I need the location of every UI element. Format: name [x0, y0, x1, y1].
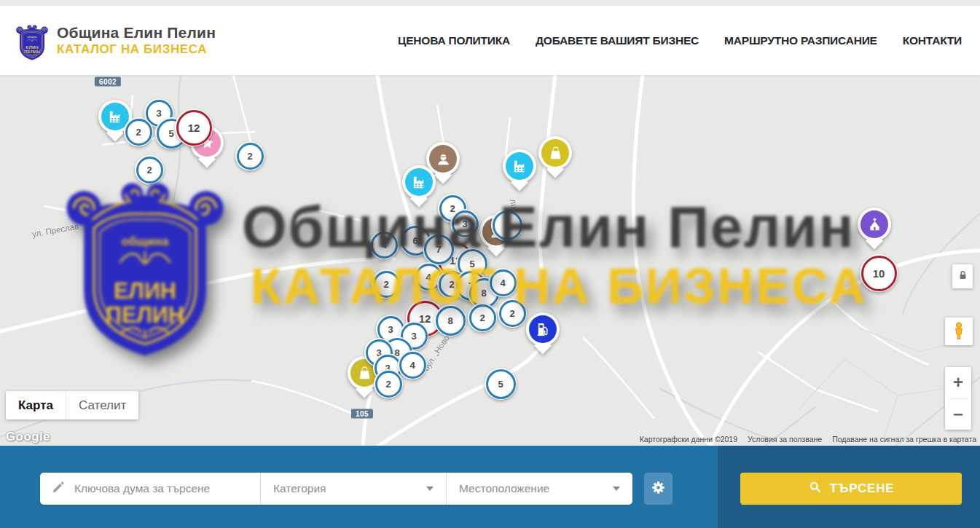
pegman-button[interactable] [945, 318, 973, 345]
cluster-ring: 5 [486, 369, 516, 399]
cluster-count: 2 [385, 379, 391, 390]
search-bar: ТЪРСЕНЕ Категория Местоположение [0, 446, 980, 528]
cluster-ring: 2 [499, 300, 526, 327]
chevron-down-icon [426, 486, 434, 491]
street-label: ул. Преслав [31, 221, 79, 238]
shopping-pin[interactable] [538, 136, 572, 170]
nav-item-schedule[interactable]: МАРШРУТНО РАЗПИСАНИЕ [724, 34, 877, 47]
cluster-ring: 3 [452, 210, 479, 237]
cluster-count: 4 [426, 272, 431, 283]
cluster-marker[interactable]: 7 [423, 233, 455, 265]
cluster-marker[interactable]: 2 [374, 369, 403, 398]
cluster-count: 8 [447, 315, 452, 326]
cluster-marker[interactable]: 2 [498, 299, 527, 328]
fuel-icon [535, 321, 552, 338]
cluster-count: 8 [481, 288, 486, 299]
search-icon [808, 480, 822, 497]
church-icon [866, 216, 883, 233]
cluster-count: 7 [436, 244, 441, 255]
cluster-marker[interactable]: 2 [135, 155, 164, 184]
cluster-count: 5 [504, 220, 509, 231]
cluster-count: 2 [247, 151, 252, 162]
keyword-field-wrap [40, 473, 260, 505]
category-select[interactable]: Категория [261, 473, 446, 505]
page: общинаЕЛИНПЕЛИН Община Елин Пелин КАТАЛО… [0, 0, 980, 528]
cluster-marker[interactable]: 2 [235, 141, 264, 170]
cluster-count: 2 [136, 127, 141, 138]
cluster-marker[interactable]: 5 [485, 368, 517, 400]
cluster-ring: 4 [399, 352, 426, 379]
cluster-marker[interactable]: 4 [488, 268, 517, 297]
cluster-count: 10 [873, 267, 885, 280]
cluster-count: 4 [500, 277, 505, 288]
map-type-satellite-button[interactable]: Сателит [66, 391, 138, 419]
cluster-marker[interactable]: 2 [468, 303, 497, 332]
svg-text:община: община [27, 35, 36, 38]
street-view-lock-button[interactable] [952, 264, 973, 288]
cluster-ring: 5 [493, 210, 522, 240]
cluster-count: 12 [188, 122, 200, 134]
cluster-marker[interactable]: 5 [491, 209, 523, 241]
attribution-report-link[interactable]: Подаване на сигнал за грешка в картата [832, 435, 976, 444]
lock-icon [957, 268, 969, 285]
svg-text:ПЕЛИН: ПЕЛИН [24, 49, 40, 54]
attribution-terms-link[interactable]: Условия за ползване [748, 435, 822, 444]
map-overlays: 6002105ул. Преславбул. „Новоселци“лци“32… [0, 75, 980, 446]
site-subtitle: КАТАЛОГ НА БИЗНЕСА [57, 42, 216, 57]
cluster-marker[interactable]: 12 [175, 109, 213, 146]
cluster-marker[interactable]: 10 [860, 254, 898, 292]
pegman-icon [949, 320, 968, 343]
site-brand[interactable]: общинаЕЛИНПЕЛИН Община Елин Пелин КАТАЛО… [15, 20, 216, 62]
cluster-count: 3 [462, 218, 467, 229]
zoom-out-button[interactable]: − [945, 399, 971, 430]
factory-icon [511, 158, 528, 175]
cluster-ring: 7 [424, 235, 454, 264]
cluster-marker[interactable]: 8 [434, 304, 466, 336]
map-attribution: Картографски данни ©2019Условия за ползв… [640, 435, 976, 444]
search-button-label: ТЪРСЕНЕ [830, 481, 895, 496]
map-type-map-button[interactable]: Карта [6, 391, 66, 419]
bag-icon [356, 365, 373, 382]
map-type-control: Карта Сателит [6, 391, 138, 419]
cluster-count: 2 [479, 312, 485, 323]
cluster-ring: 8 [436, 306, 466, 336]
cluster-marker[interactable]: 3 [450, 209, 479, 238]
church-pin[interactable] [858, 208, 891, 241]
zoom-in-button[interactable]: + [945, 367, 971, 398]
cluster-count: 5 [168, 128, 173, 139]
cluster-count: 2 [146, 165, 152, 176]
cluster-ring: 2 [237, 143, 264, 170]
location-select[interactable]: Местоположение [447, 473, 632, 505]
cluster-marker[interactable]: 4 [369, 230, 399, 259]
location-select-label: Местоположение [459, 482, 549, 495]
nav-item-add-business[interactable]: ДОБАВЕТЕ ВАШИЯТ БИЗНЕС [536, 34, 699, 47]
cluster-count: 4 [409, 360, 415, 371]
factory-pin[interactable] [402, 165, 436, 199]
gear-icon [650, 479, 667, 498]
road-badge: 6002 [95, 77, 121, 87]
cluster-marker[interactable]: 4 [398, 350, 427, 379]
road-badge: 105 [351, 409, 373, 419]
factory-icon [411, 174, 428, 191]
factory-pin[interactable] [503, 149, 536, 183]
cluster-ring: 2 [136, 157, 163, 184]
fuel-pin[interactable] [526, 312, 560, 346]
municipality-crest-logo: общинаЕЛИНПЕЛИН [15, 20, 49, 62]
cluster-marker[interactable]: 2 [124, 117, 153, 146]
google-logo[interactable]: Google [6, 430, 50, 444]
cluster-ring: 10 [861, 256, 897, 291]
cluster-count: 3 [388, 324, 393, 335]
worker-icon [435, 151, 452, 168]
search-button[interactable]: ТЪРСЕНЕ [740, 473, 962, 505]
cluster-ring: 2 [125, 119, 152, 146]
search-input-group: Категория Местоположение [40, 473, 632, 505]
map-canvas[interactable]: 6002105ул. Преславбул. „Новоселци“лци“32… [0, 75, 980, 446]
nav-item-pricing[interactable]: ЦЕНОВА ПОЛИТИКА [398, 34, 510, 47]
advanced-search-button[interactable] [644, 473, 673, 505]
cluster-ring: 2 [373, 271, 400, 298]
nav-item-contacts[interactable]: КОНТАКТИ [903, 34, 962, 47]
keyword-input[interactable] [73, 481, 260, 496]
cluster-marker[interactable]: 2 [372, 269, 401, 299]
cluster-ring: 2 [469, 304, 496, 331]
attribution-copyright: Картографски данни ©2019 [640, 435, 737, 444]
